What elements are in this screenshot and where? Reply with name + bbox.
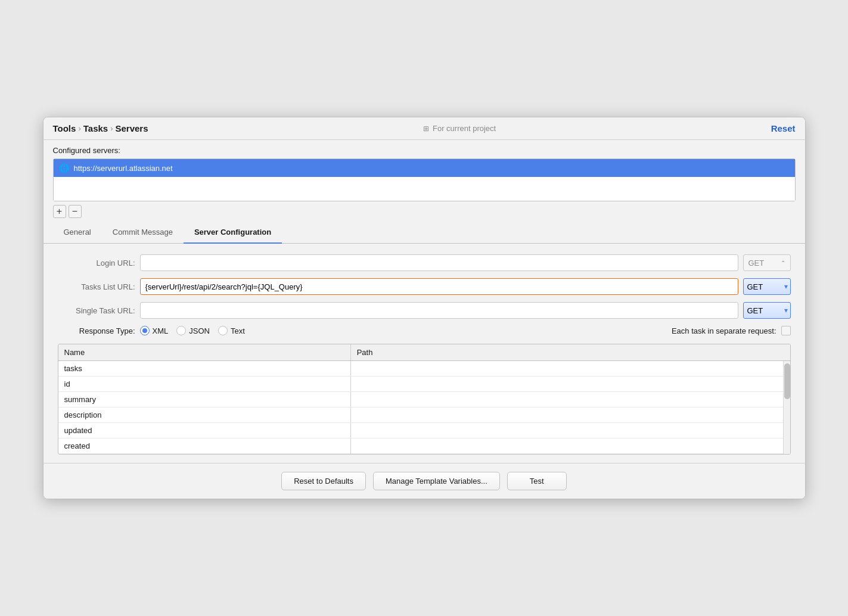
server-list: 🌐 https://serverurl.atlassian.net — [53, 158, 796, 201]
single-task-url-row: Single Task URL: GET POST ▾ — [58, 302, 791, 319]
header: Tools › Tasks › Servers ⊞ For current pr… — [44, 117, 805, 140]
scrollbar-thumb — [784, 363, 790, 399]
radio-xml[interactable]: XML — [140, 326, 169, 335]
server-list-item[interactable]: 🌐 https://serverurl.atlassian.net — [54, 159, 795, 177]
radio-json-label: JSON — [189, 326, 210, 335]
table-header: Name Path — [58, 344, 790, 361]
table-row: tasks — [58, 361, 790, 377]
server-url: https://serverurl.atlassian.net — [74, 164, 173, 173]
breadcrumb: Tools › Tasks › Servers — [53, 123, 148, 133]
table-cell-name-5: created — [58, 438, 351, 453]
login-url-row: Login URL: GET ⌃ — [58, 254, 791, 271]
col-path-header: Path — [351, 344, 790, 360]
login-url-method-select: GET ⌃ — [743, 254, 791, 271]
path-input-4[interactable] — [357, 426, 784, 435]
globe-icon: 🌐 — [60, 163, 69, 173]
manage-template-variables-button[interactable]: Manage Template Variables... — [373, 472, 500, 490]
path-input-5[interactable] — [357, 441, 784, 450]
radio-json[interactable]: JSON — [176, 326, 210, 335]
tasks-list-url-input[interactable] — [140, 278, 738, 295]
separate-request-section: Each task in separate request: — [672, 326, 791, 335]
tasks-list-method-select[interactable]: GET POST — [743, 278, 791, 295]
tab-commit-message[interactable]: Commit Message — [102, 222, 184, 244]
table-cell-path-5[interactable] — [351, 438, 790, 453]
mapping-table: Name Path tasks id summary — [58, 344, 791, 455]
single-task-method-wrapper: GET POST ▾ — [743, 302, 791, 319]
tasks-list-url-row: Tasks List URL: GET POST ▾ — [58, 278, 791, 295]
login-url-chevron-icon: ⌃ — [781, 260, 785, 266]
radio-text[interactable]: Text — [218, 326, 245, 335]
path-input-3[interactable] — [357, 410, 784, 419]
tab-server-configuration[interactable]: Server Configuration — [184, 222, 282, 244]
response-type-radio-group: XML JSON Text — [140, 326, 245, 335]
breadcrumb-tools: Tools — [53, 123, 76, 133]
tabs-bar: General Commit Message Server Configurat… — [44, 222, 805, 244]
path-input-0[interactable] — [357, 364, 784, 373]
breadcrumb-servers: Servers — [116, 123, 148, 133]
table-row: created — [58, 438, 790, 454]
path-input-2[interactable] — [357, 395, 784, 404]
dialog-container: Tools › Tasks › Servers ⊞ For current pr… — [43, 117, 806, 499]
add-server-button[interactable]: + — [53, 205, 66, 218]
header-center: ⊞ For current project — [423, 124, 496, 133]
radio-xml-circle — [140, 326, 150, 335]
test-button[interactable]: Test — [507, 472, 567, 490]
table-cell-name-0: tasks — [58, 361, 351, 376]
separate-request-label: Each task in separate request: — [672, 326, 776, 335]
for-project-label: For current project — [433, 124, 496, 133]
radio-json-circle — [176, 326, 186, 335]
table-cell-name-3: description — [58, 407, 351, 422]
tab-general[interactable]: General — [53, 222, 102, 244]
content-area: Login URL: GET ⌃ Tasks List URL: GET POS… — [44, 244, 805, 463]
table-cell-name-1: id — [58, 377, 351, 391]
login-url-method-value: GET — [748, 259, 765, 267]
response-type-label: Response Type: — [58, 326, 135, 335]
radio-text-label: Text — [231, 326, 245, 335]
table-body: tasks id summary description — [58, 361, 790, 454]
single-task-method-select[interactable]: GET POST — [743, 302, 791, 319]
radio-xml-label: XML — [153, 326, 169, 335]
radio-text-circle — [218, 326, 228, 335]
tasks-list-method-wrapper: GET POST ▾ — [743, 278, 791, 295]
reset-defaults-button[interactable]: Reset to Defaults — [281, 472, 366, 490]
path-input-1[interactable] — [357, 379, 784, 388]
table-row: description — [58, 407, 790, 423]
reset-link[interactable]: Reset — [771, 123, 796, 133]
table-cell-path-2[interactable] — [351, 392, 790, 407]
login-url-input[interactable] — [140, 254, 738, 271]
response-type-row: Response Type: XML JSON Text Each task i… — [58, 326, 791, 335]
breadcrumb-sep1: › — [78, 124, 80, 133]
remove-server-button[interactable]: − — [69, 205, 82, 218]
table-cell-name-4: updated — [58, 423, 351, 438]
table-cell-path-0[interactable] — [351, 361, 790, 376]
table-scrollbar[interactable] — [783, 361, 790, 454]
breadcrumb-sep2: › — [110, 124, 113, 133]
separate-request-checkbox[interactable] — [781, 326, 791, 335]
single-task-url-label: Single Task URL: — [58, 306, 135, 315]
list-controls: + − — [44, 201, 805, 222]
login-url-label: Login URL: — [58, 259, 135, 267]
table-row: updated — [58, 423, 790, 438]
tasks-list-url-label: Tasks List URL: — [58, 282, 135, 291]
server-list-empty-area — [54, 177, 795, 201]
table-cell-path-3[interactable] — [351, 407, 790, 422]
breadcrumb-tasks: Tasks — [83, 123, 108, 133]
footer: Reset to Defaults Manage Template Variab… — [44, 463, 805, 499]
table-cell-path-1[interactable] — [351, 377, 790, 391]
table-cell-path-4[interactable] — [351, 423, 790, 438]
table-cell-name-2: summary — [58, 392, 351, 407]
single-task-url-input[interactable] — [140, 302, 738, 319]
col-name-header: Name — [58, 344, 351, 360]
copy-icon: ⊞ — [423, 125, 429, 133]
configured-servers-label: Configured servers: — [44, 140, 805, 158]
table-row: id — [58, 377, 790, 392]
table-row: summary — [58, 392, 790, 407]
